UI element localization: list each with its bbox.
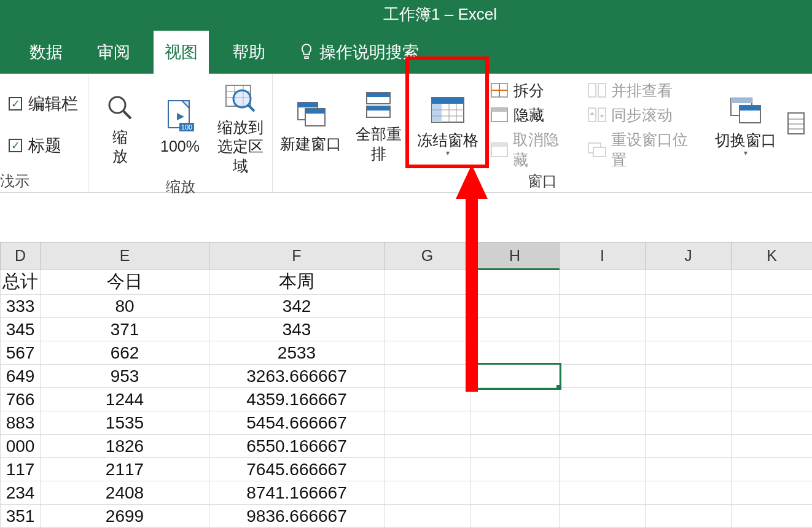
cell[interactable]: 7645.666667 [209, 458, 385, 481]
column-header-D[interactable]: D [1, 243, 41, 270]
macros-partial-button[interactable] [783, 104, 808, 146]
cell[interactable] [470, 388, 560, 411]
split-button[interactable]: 拆分 [488, 79, 574, 102]
table-row[interactable]: 6499533263.666667 [1, 365, 813, 388]
table-row[interactable]: 总计今日本周 [1, 270, 813, 295]
cell[interactable] [385, 411, 470, 435]
cell[interactable] [560, 318, 646, 341]
cell[interactable]: 649 [1, 365, 41, 388]
zoom-to-selection-button[interactable]: 缩放到 选定区域 [213, 77, 268, 177]
cell[interactable] [560, 435, 646, 458]
cell[interactable]: 1826 [41, 435, 209, 458]
cell[interactable]: 342 [209, 295, 385, 318]
cell[interactable] [732, 270, 813, 295]
cell[interactable] [646, 505, 732, 528]
table-row[interactable]: 35126999836.666667 [1, 505, 813, 528]
cell[interactable]: 2117 [41, 458, 209, 481]
cell[interactable] [646, 388, 732, 411]
cell[interactable] [646, 435, 732, 458]
zoom-100-button[interactable]: 100 100% [152, 96, 208, 157]
cell[interactable]: 2533 [209, 341, 385, 365]
cell[interactable]: 766 [1, 388, 41, 411]
cell[interactable] [385, 295, 470, 318]
table-row[interactable]: 345371343 [1, 318, 813, 341]
cell[interactable] [732, 505, 813, 528]
cell[interactable] [732, 481, 813, 505]
cell[interactable] [732, 411, 813, 435]
column-header-I[interactable]: I [560, 243, 646, 270]
cell[interactable]: 本周 [209, 270, 385, 295]
cell[interactable]: 9836.666667 [209, 505, 385, 528]
cell[interactable] [732, 388, 813, 411]
cell[interactable]: 000 [1, 435, 41, 458]
new-window-button[interactable]: 新建窗口 [276, 94, 345, 155]
cell[interactable] [560, 481, 646, 505]
cell[interactable]: 883 [1, 411, 41, 435]
tab-view[interactable]: 视图 [154, 31, 209, 74]
cell[interactable]: 2699 [41, 505, 209, 528]
cell[interactable] [470, 295, 560, 318]
cell[interactable] [732, 341, 813, 365]
cell[interactable] [560, 505, 646, 528]
cell[interactable] [385, 435, 470, 458]
column-header-J[interactable]: J [646, 243, 732, 270]
checkbox-headings[interactable]: ✓ 标题 [7, 131, 63, 160]
cell[interactable]: 953 [41, 365, 209, 388]
hide-button[interactable]: 隐藏 [488, 104, 574, 126]
cell[interactable]: 234 [1, 481, 41, 505]
cell[interactable] [732, 435, 813, 458]
cell[interactable] [385, 318, 470, 341]
cell[interactable] [385, 458, 470, 481]
spreadsheet[interactable]: DEFGHIJK总计今日本周33380342345371343567662253… [0, 242, 812, 528]
cell[interactable] [470, 458, 560, 481]
tab-review[interactable]: 审阅 [86, 31, 141, 74]
cell[interactable] [646, 295, 732, 318]
cell[interactable]: 今日 [41, 270, 209, 295]
cell[interactable] [385, 341, 470, 365]
cell[interactable] [470, 341, 560, 365]
cell[interactable]: 3263.666667 [209, 365, 385, 388]
cell[interactable]: 662 [41, 341, 209, 365]
column-header-G[interactable]: G [385, 243, 470, 270]
cell[interactable] [385, 388, 470, 411]
zoom-button[interactable]: 缩 放 [92, 87, 147, 168]
cell[interactable]: 总计 [1, 270, 41, 295]
cell[interactable] [470, 505, 560, 528]
cell[interactable]: 345 [1, 318, 41, 341]
table-row[interactable]: 23424088741.166667 [1, 481, 813, 505]
cell[interactable] [560, 295, 646, 318]
arrange-all-button[interactable]: 全部重排 [345, 84, 412, 165]
cell[interactable]: 567 [1, 341, 41, 365]
table-row[interactable]: 33380342 [1, 295, 813, 318]
cell[interactable] [646, 341, 732, 365]
cell[interactable] [470, 435, 560, 458]
column-header-E[interactable]: E [41, 243, 209, 270]
cell[interactable] [646, 365, 732, 388]
cell[interactable]: 4359.166667 [209, 388, 385, 411]
cell[interactable] [470, 411, 560, 435]
cell[interactable] [560, 458, 646, 481]
cell[interactable] [385, 481, 470, 505]
cell[interactable]: 1535 [41, 411, 209, 435]
cell[interactable] [560, 270, 646, 295]
cell[interactable] [385, 365, 470, 388]
cell[interactable]: 371 [41, 318, 209, 341]
cell[interactable] [732, 318, 813, 341]
cell[interactable] [646, 458, 732, 481]
cell[interactable] [470, 270, 560, 295]
switch-windows-button[interactable]: 切换窗口 ▾ [708, 90, 783, 158]
cell[interactable]: 6550.166667 [209, 435, 385, 458]
checkbox-formula-bar[interactable]: ✓ 编辑栏 [7, 89, 79, 118]
cell[interactable] [732, 365, 813, 388]
cell[interactable] [646, 481, 732, 505]
cell[interactable] [646, 318, 732, 341]
tab-help[interactable]: 帮助 [221, 31, 276, 74]
cell[interactable] [732, 458, 813, 481]
cell[interactable] [732, 295, 813, 318]
cell[interactable] [470, 481, 560, 505]
cell[interactable] [646, 411, 732, 435]
table-row[interactable]: 00018266550.166667 [1, 435, 813, 458]
cell[interactable] [560, 388, 646, 411]
table-row[interactable]: 88315355454.666667 [1, 411, 813, 435]
cell[interactable]: 80 [41, 295, 209, 318]
